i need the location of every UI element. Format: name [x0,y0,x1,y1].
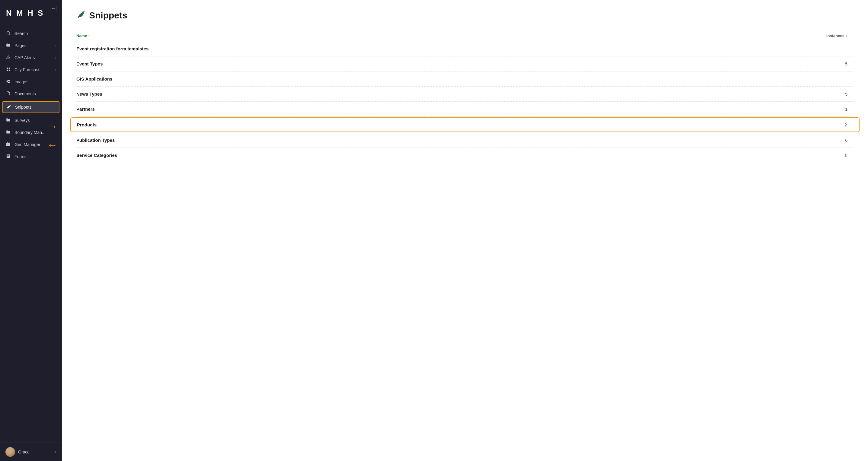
user-name: Grace [18,450,51,454]
sidebar-item-search[interactable]: Search [0,28,62,39]
chevron-right-icon: › [55,131,56,134]
geo-icon [5,142,11,147]
table-row[interactable]: Event registration form templates [76,41,854,57]
table-header: Name↑ Instances ↓ [76,30,854,41]
table-row[interactable]: Event Types 5 [76,57,854,71]
row-instances: 2 [844,123,853,127]
chevron-right-icon: › [55,44,56,47]
sidebar-nav: Search Pages › CAP Alerts › City Forecas… [0,25,62,442]
main-content: Snippets Name↑ Instances ↓ Event registr… [62,0,868,461]
sidebar-item-label: Surveys [14,118,56,123]
table-row[interactable]: Publication Types 6 [76,133,854,148]
forms-icon [5,154,11,159]
table-row[interactable]: Service Categories 8 [76,148,854,163]
sidebar-item-label: Documents [14,91,56,96]
image-icon [5,79,11,85]
row-name: GIS Applications [76,76,112,81]
chevron-right-icon: › [55,68,56,71]
svg-rect-4 [6,70,7,71]
svg-point-7 [7,80,8,81]
col-instances-header[interactable]: Instances ↓ [826,33,854,38]
sidebar-item-geo-manager[interactable]: Geo Manager › [0,138,62,151]
svg-point-0 [7,32,9,34]
row-name: Partners [76,106,95,111]
sidebar-item-pages[interactable]: Pages › [0,39,62,52]
avatar [5,447,15,457]
sort-arrow-icon: ↑ [87,33,89,38]
svg-line-1 [9,34,10,35]
table-row[interactable]: GIS Applications [76,71,854,87]
row-instances: 5 [845,92,854,97]
row-instances: 6 [845,138,854,143]
snippets-leaf-icon [76,10,85,21]
user-chevron-icon: ∧ [54,450,56,454]
sidebar-item-documents[interactable]: Documents [0,88,62,100]
boundary-icon [5,130,11,135]
row-instances: 8 [845,153,854,158]
folder-icon [5,43,11,48]
page-header: Snippets [62,0,868,28]
document-icon [5,91,11,97]
sidebar-item-label: CAP Alerts [14,55,52,60]
sidebar-item-label: Geo Manager [14,142,52,147]
sidebar-item-snippets[interactable]: Snippets [2,101,59,113]
sidebar-item-label: Snippets [15,105,56,109]
sidebar-item-label: Forms [14,154,56,159]
snippets-table: Name↑ Instances ↓ Event registration for… [62,30,868,163]
logo: N M H S [0,0,62,25]
sidebar-item-surveys[interactable]: Surveys [0,114,62,126]
chevron-right-icon: › [55,56,56,60]
user-menu[interactable]: Grace ∧ [0,442,62,461]
sort-arrow-icon: ↓ [844,33,847,38]
warning-icon [5,55,11,60]
page-title: Snippets [89,10,127,21]
chevron-right-icon: › [55,143,56,146]
sidebar-item-label: Boundary Man... [14,130,52,135]
row-name: Service Categories [76,153,117,158]
svg-rect-2 [6,68,7,69]
row-name: Publication Types [76,138,115,143]
row-name: Event Types [76,61,103,66]
row-instances: 5 [845,62,854,66]
row-instances: 1 [845,107,854,111]
svg-rect-5 [8,70,10,71]
table-row[interactable]: Products 2 [70,118,860,132]
col-name-header[interactable]: Name↑ [76,33,89,38]
row-name: Products [77,122,97,127]
sidebar-item-cap-alerts[interactable]: CAP Alerts › [0,52,62,64]
sidebar-item-boundary-man[interactable]: Boundary Man... › [0,126,62,138]
table-row[interactable]: Partners 1 [76,102,854,117]
surveys-icon [5,118,11,123]
sidebar-item-label: Pages [14,43,52,48]
sidebar-item-label: City Forecast [14,67,52,72]
sidebar-item-label: Search [14,31,56,36]
collapse-button[interactable]: ←| [51,5,58,12]
sidebar-item-images[interactable]: Images [0,76,62,88]
sidebar: ←| N M H S Search Pages › CAP Alerts › [0,0,62,461]
row-name: News Types [76,91,102,97]
sidebar-item-label: Images [14,79,56,84]
sidebar-item-city-forecast[interactable]: City Forecast › [0,64,62,76]
sidebar-item-forms[interactable]: Forms [0,151,62,163]
snippets-icon [6,104,11,110]
grid-icon [5,67,11,72]
svg-rect-3 [8,68,10,69]
table-body: Event registration form templates Event … [76,41,854,163]
table-row[interactable]: News Types 5 [76,87,854,102]
search-icon [5,31,11,36]
row-name: Event registration form templates [76,46,149,51]
